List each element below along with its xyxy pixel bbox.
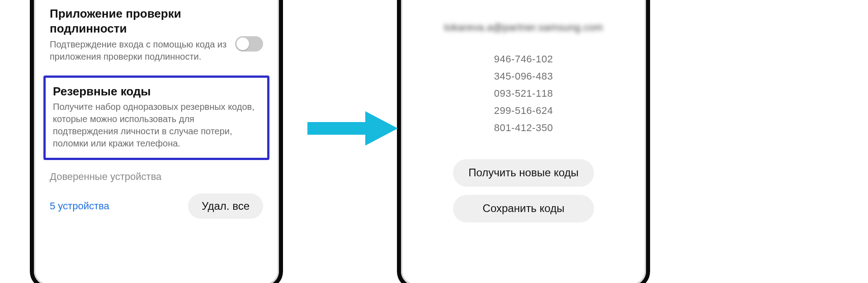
trusted-devices-row: 5 устройства Удал. все	[39, 189, 274, 219]
backup-codes-row[interactable]: Резервные коды Получите набор одноразовы…	[43, 75, 269, 160]
backup-codes-title: Резервные коды	[53, 84, 260, 99]
backup-code: 801-412-350	[494, 123, 553, 133]
auth-app-toggle[interactable]	[235, 36, 263, 52]
get-new-codes-button[interactable]: Получить новые коды	[453, 159, 594, 187]
devices-count-link[interactable]: 5 устройства	[50, 200, 109, 212]
backup-codes-desc: Получите набор одноразовых резервных код…	[53, 101, 260, 150]
backup-code: 299-516-624	[494, 106, 553, 116]
toggle-knob-icon	[236, 38, 249, 50]
codes-list: 946-746-102 345-096-483 093-521-118 299-…	[494, 54, 553, 140]
account-email: tokareva.a@partner.samsung.com	[444, 22, 603, 33]
backup-code: 345-096-483	[494, 71, 553, 81]
arrow-right-icon	[307, 111, 398, 146]
svg-marker-1	[365, 111, 398, 146]
settings-screen: Приложение проверки подлинности Подтверж…	[39, 0, 274, 283]
svg-rect-0	[307, 122, 367, 135]
save-codes-button[interactable]: Сохранить коды	[453, 195, 594, 222]
trusted-devices-heading: Доверенные устройства	[39, 168, 274, 189]
backup-code: 946-746-102	[494, 54, 553, 64]
backup-codes-screen: tokareva.a@partner.samsung.com 946-746-1…	[406, 0, 641, 283]
auth-app-row[interactable]: Приложение проверки подлинности Подтверж…	[39, 6, 274, 72]
phone-frame-right: tokareva.a@partner.samsung.com 946-746-1…	[397, 0, 650, 283]
auth-app-desc: Подтверждение входа с помощью кода из пр…	[50, 38, 227, 63]
backup-code: 093-521-118	[494, 89, 553, 99]
delete-all-button[interactable]: Удал. все	[188, 193, 263, 219]
phone-frame-left: Приложение проверки подлинности Подтверж…	[30, 0, 283, 283]
auth-app-title: Приложение проверки подлинности	[50, 6, 227, 36]
